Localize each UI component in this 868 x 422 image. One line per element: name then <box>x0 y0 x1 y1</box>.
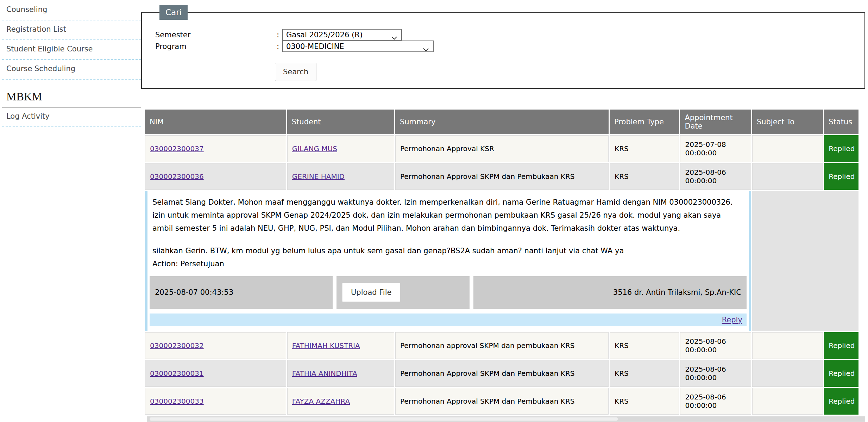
upload-file-button[interactable]: Upload File <box>342 283 400 302</box>
semester-label: Semester <box>155 31 277 39</box>
table-row: 030002300037 GILANG MUS Permohonan Appro… <box>145 135 858 162</box>
program-label: Program <box>155 42 277 51</box>
status-badge: Replied <box>824 388 858 415</box>
nim-link[interactable]: 030002300036 <box>150 172 204 181</box>
header-subject-to: Subject To <box>752 110 823 134</box>
counseling-table: NIM Student Summary Problem Type Appoint… <box>144 108 860 416</box>
chevron-down-icon <box>423 45 429 54</box>
status-badge: Replied <box>824 332 858 359</box>
nim-link[interactable]: 030002300032 <box>150 341 204 350</box>
status-badge: Replied <box>824 163 858 190</box>
reply-timestamp: 2025-08-07 00:43:53 <box>150 276 333 309</box>
sidebar-item-counseling[interactable]: Counseling <box>2 1 141 20</box>
semester-select-value: Gasal 2025/2026 (R) <box>286 31 363 39</box>
nim-link[interactable]: 030002300033 <box>150 397 204 405</box>
problem-type-cell: KRS <box>610 360 679 387</box>
sidebar-item-registration-list[interactable]: Registration List <box>2 20 141 40</box>
search-button[interactable]: Search <box>275 63 316 81</box>
appointment-date-cell: 2025-08-06 00:00:00 <box>680 388 751 415</box>
subject-to-cell <box>752 388 823 415</box>
thread-messages: Selamat Siang Dokter, Mohon maaf menggan… <box>150 194 747 271</box>
summary-cell: Permohonan Approval SKPM dan Pembukaan K… <box>395 360 609 387</box>
status-badge: Replied <box>824 360 858 387</box>
appointment-date-cell: 2025-08-06 00:00:00 <box>680 163 751 190</box>
subject-to-cell <box>752 135 823 162</box>
problem-type-cell: KRS <box>610 163 679 190</box>
counseling-table-wrap: NIM Student Summary Problem Type Appoint… <box>144 108 865 422</box>
nim-link[interactable]: 030002300031 <box>150 369 204 378</box>
appointment-date-cell: 2025-08-06 00:00:00 <box>680 332 751 359</box>
nim-link[interactable]: 030002300037 <box>150 144 204 153</box>
table-row: 030002300033 FAYZA AZZAHRA Permohonan Ap… <box>145 388 858 415</box>
subject-to-cell <box>752 163 823 190</box>
student-link[interactable]: GILANG MUS <box>292 144 337 153</box>
header-student: Student <box>287 110 394 134</box>
sidebar-item-log-activity[interactable]: Log Activity <box>2 107 141 127</box>
summary-cell: Permohonan Approval SKPM dan Pembukaan K… <box>395 163 609 190</box>
program-select[interactable]: 0300-MEDICINE <box>282 41 434 52</box>
problem-type-cell: KRS <box>610 332 679 359</box>
appointment-date-cell: 2025-08-06 00:00:00 <box>680 360 751 387</box>
horizontal-scrollbar[interactable] <box>147 416 865 422</box>
sidebar-item-course-scheduling[interactable]: Course Scheduling <box>2 60 141 80</box>
semester-select[interactable]: Gasal 2025/2026 (R) <box>282 29 402 41</box>
subject-to-cell <box>752 360 823 387</box>
table-row: 030002300031 FATHIA ANINDHITA Permohonan… <box>145 360 858 387</box>
semester-colon: : <box>277 31 282 39</box>
student-message: Selamat Siang Dokter, Mohon maaf menggan… <box>152 196 744 235</box>
main-content: Cari Semester : Gasal 2025/2026 (R) Prog… <box>141 0 868 422</box>
expanded-thread-side-cell <box>752 191 858 331</box>
expanded-thread-row: Selamat Siang Dokter, Mohon maaf menggan… <box>145 191 858 331</box>
table-row: 030002300032 FATHIMAH KUSTRIA Permohonan… <box>145 332 858 359</box>
search-panel-legend: Cari <box>159 5 188 20</box>
header-problem-type: Problem Type <box>610 110 679 134</box>
expanded-thread-cell: Selamat Siang Dokter, Mohon maaf menggan… <box>145 191 751 331</box>
program-row: Program : 0300-MEDICINE <box>155 41 859 52</box>
reply-bar: Reply <box>150 314 747 326</box>
summary-cell: Permohonan Approval KSR <box>395 135 609 162</box>
sidebar: Counseling Registration List Student Eli… <box>0 0 141 422</box>
header-nim: NIM <box>145 110 286 134</box>
upload-box: Upload File <box>336 276 470 309</box>
search-panel: Cari Semester : Gasal 2025/2026 (R) Prog… <box>141 5 865 89</box>
sidebar-section-mbkm: MBKM <box>2 80 141 107</box>
table-header-row: NIM Student Summary Problem Type Appoint… <box>145 110 858 134</box>
sidebar-item-student-eligible-course[interactable]: Student Eligible Course <box>2 40 141 60</box>
summary-cell: Permohonan Approval SKPM dan Pembukaan K… <box>395 388 609 415</box>
program-select-value: 0300-MEDICINE <box>286 42 344 51</box>
summary-cell: Permohonan approval SKPM dan pembukaan K… <box>395 332 609 359</box>
subject-to-cell <box>752 332 823 359</box>
header-summary: Summary <box>395 110 609 134</box>
reply-link[interactable]: Reply <box>722 316 742 324</box>
program-colon: : <box>277 42 282 51</box>
student-link[interactable]: FAYZA AZZAHRA <box>292 397 350 405</box>
semester-row: Semester : Gasal 2025/2026 (R) <box>155 29 859 41</box>
header-appointment-date: Appointment Date <box>680 110 751 134</box>
thread-meta-bar: 2025-08-07 00:43:53 Upload File 3516 dr.… <box>150 276 747 309</box>
student-link[interactable]: GERINE HAMID <box>292 172 345 181</box>
action-line: Action: Persetujuan <box>152 257 744 271</box>
problem-type-cell: KRS <box>610 135 679 162</box>
scrollbar-thumb[interactable] <box>150 417 618 421</box>
reply-message: silahkan Gerin. BTW, km modul yg belum l… <box>152 244 744 257</box>
student-link[interactable]: FATHIMAH KUSTRIA <box>292 341 360 350</box>
table-row: 030002300036 GERINE HAMID Permohonan App… <box>145 163 858 190</box>
header-status: Status <box>824 110 858 134</box>
responder-name: 3516 dr. Antin Trilaksmi, Sp.An-KIC <box>473 276 747 309</box>
appointment-date-cell: 2025-07-08 00:00:00 <box>680 135 751 162</box>
status-badge: Replied <box>824 135 858 162</box>
student-link[interactable]: FATHIA ANINDHITA <box>292 369 357 378</box>
problem-type-cell: KRS <box>610 388 679 415</box>
